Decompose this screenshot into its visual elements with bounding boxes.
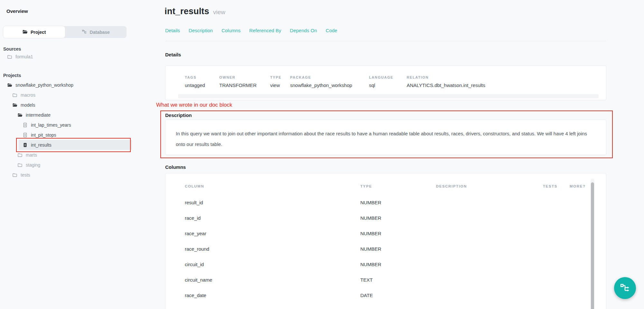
table-scrollbar-thumb[interactable] [591,182,594,309]
column-header-more: MORE? [570,184,606,188]
columns-section-heading: Columns [165,164,186,170]
tree-item-int_lap_times_years[interactable]: int_lap_times_years [0,120,132,130]
column-row-race_year[interactable]: race_yearNUMBER [185,226,606,241]
column-row-circuit_id[interactable]: circuit_idNUMBER [185,256,606,272]
details-section-heading: Details [165,52,181,57]
cell-type: TIME [360,308,436,309]
cell-column: race_year [185,231,360,236]
folder-open-icon [7,82,12,88]
database-toggle-label: Database [90,30,110,35]
detail-field-relation: RELATIONANALYTICS.dbt_hwatson.int_result… [407,75,485,88]
tree-item-intermediate[interactable]: intermediate [0,110,132,120]
folder-open-icon [22,29,28,35]
tree-item-label: int_results [31,142,52,148]
tree-item-label: marts [26,152,37,158]
sources-tree: formula1 [0,52,132,62]
materialization-badge: view [213,9,225,16]
cell-type: NUMBER [360,262,436,267]
file-filled-icon [23,142,28,148]
column-row-race_time[interactable]: race_timeTIME [185,303,606,309]
detail-field-label: PACKAGE [290,75,369,79]
tab-code[interactable]: Code [326,28,337,33]
column-header-tests: TESTS [543,184,570,188]
description-card: In this query we want to join out other … [165,120,606,155]
detail-field-owner: OWNERTRANSFORMER [219,75,270,88]
details-card: TAGSuntaggedOWNERTRANSFORMERTYPEviewPACK… [165,65,606,100]
columns-card: COLUMNTYPEDESCRIPTIONTESTSMORE? result_i… [165,173,606,309]
database-toggle-button[interactable]: Database [65,26,127,38]
detail-field-value: sql [369,82,407,88]
folder-closed-icon [17,162,23,168]
tab-description[interactable]: Description [189,28,213,33]
tree-item-models[interactable]: models [0,100,132,110]
cell-column: race_round [185,246,360,252]
description-section-heading: Description [165,112,192,118]
tab-depends-on[interactable]: Depends On [290,28,317,33]
tree-item-int_pit_stops[interactable]: int_pit_stops [0,130,132,140]
cell-column: race_id [185,215,360,221]
tree-item-snowflake_python_workshop[interactable]: snowflake_python_workshop [0,80,132,90]
tree-item-formula1[interactable]: formula1 [0,52,132,62]
tree-item-macros[interactable]: macros [0,90,132,100]
cell-column: circuit_name [185,277,360,283]
tree-item-label: snowflake_python_workshop [15,82,73,88]
tree-item-marts[interactable]: marts [0,150,132,160]
tab-columns[interactable]: Columns [222,28,241,33]
tree-item-label: intermediate [26,112,51,118]
cell-type: NUMBER [360,200,436,205]
detail-field-tags: TAGSuntagged [185,75,219,88]
detail-field-value: TRANSFORMER [219,82,270,88]
columns-table-header: COLUMNTYPEDESCRIPTIONTESTSMORE? [185,184,606,189]
folder-open-icon [17,112,23,118]
cell-column: race_date [185,293,360,298]
column-header-description: DESCRIPTION [436,184,543,188]
detail-field-label: RELATION [407,75,485,79]
tree-item-label: formula1 [15,54,33,59]
column-header-column: COLUMN [185,184,360,188]
details-card-footer-strip [178,94,599,98]
folder-closed-icon [17,152,23,158]
tab-bar: DetailsDescriptionColumnsReferenced ByDe… [165,28,337,33]
tree-item-label: macros [21,92,35,98]
tree-item-label: int_lap_times_years [31,122,71,128]
lineage-graph-button[interactable] [614,277,636,299]
description-body: In this query we want to join out other … [166,120,606,150]
table-scrollbar-track[interactable] [591,179,594,309]
detail-field-value: snowflake_python_workshop [290,82,369,88]
detail-field-type: TYPEview [270,75,290,88]
overview-heading: Overview [6,8,28,14]
column-row-race_id[interactable]: race_idNUMBER [185,210,606,226]
column-row-result_id[interactable]: result_idNUMBER [185,195,606,210]
tab-details[interactable]: Details [165,28,180,33]
project-toggle-button[interactable]: Project [3,26,65,38]
column-row-race_round[interactable]: race_roundNUMBER [185,241,606,256]
column-row-circuit_name[interactable]: circuit_nameTEXT [185,272,606,287]
column-row-race_date[interactable]: race_dateDATE [185,287,606,303]
cell-type: NUMBER [360,246,436,252]
detail-field-label: TYPE [270,75,290,79]
tree-item-label: int_pit_stops [31,132,56,138]
tab-referenced-by[interactable]: Referenced By [249,28,281,33]
cell-type: DATE [360,293,436,298]
detail-field-label: OWNER [219,75,270,79]
projects-heading: Projects [3,73,21,78]
detail-field-value: view [270,82,290,88]
tree-item-label: models [21,102,35,108]
detail-field-language: LANGUAGEsql [369,75,407,88]
sources-heading: Sources [3,46,21,52]
details-fields: TAGSuntaggedOWNERTRANSFORMERTYPEviewPACK… [166,66,606,88]
detail-field-package: PACKAGEsnowflake_python_workshop [290,75,369,88]
tree-item-staging[interactable]: staging [0,160,132,170]
file-icon [23,122,28,128]
cell-type: NUMBER [360,231,436,236]
detail-field-value: untagged [185,82,219,88]
folder-closed-icon [12,92,17,98]
column-header-type: TYPE [360,184,436,188]
tree-item-tests[interactable]: tests [0,170,132,180]
tree-item-label: tests [21,172,30,178]
database-tree-icon [82,29,87,35]
tree-item-int_results[interactable]: int_results [19,140,132,150]
annotation-text: What we wrote in our doc block [156,102,232,108]
page-title: int_results [165,6,209,16]
header-divider [165,41,606,41]
